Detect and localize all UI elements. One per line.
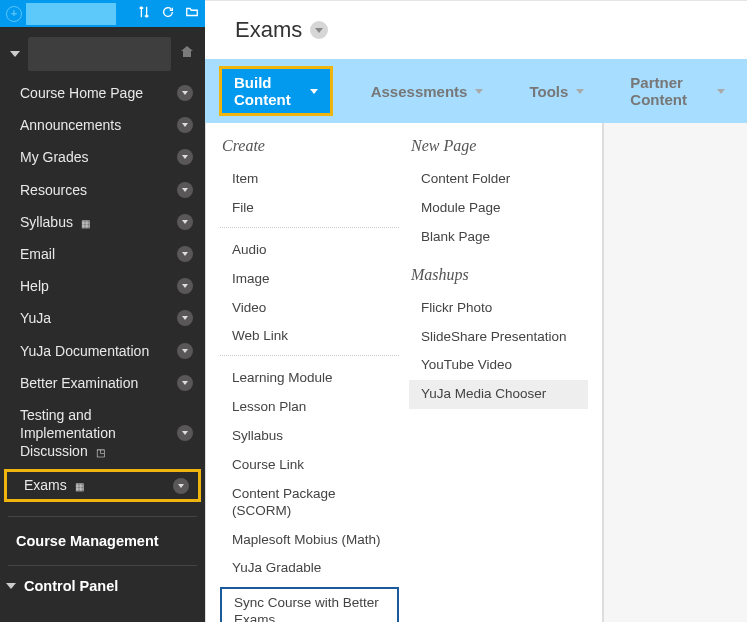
menu-item-flickr[interactable]: Flickr Photo bbox=[409, 294, 588, 323]
nav-item-label: YuJa bbox=[20, 309, 177, 327]
actionbar: Build Content Assessments Tools Partner … bbox=[205, 59, 747, 123]
nav-item-email[interactable]: Email bbox=[0, 238, 205, 270]
menu-item-module-page[interactable]: Module Page bbox=[409, 194, 588, 223]
chevron-down-icon[interactable] bbox=[173, 478, 189, 494]
reorder-icon[interactable] bbox=[137, 5, 151, 22]
menu-item-web-link[interactable]: Web Link bbox=[220, 322, 399, 351]
nav-item-announcements[interactable]: Announcements bbox=[0, 109, 205, 141]
nav-item-label: Email bbox=[20, 245, 177, 263]
topbar-highlight bbox=[26, 3, 116, 25]
page-title-menu-icon[interactable] bbox=[310, 21, 328, 39]
nav-item-label: Resources bbox=[20, 181, 177, 199]
nav-item-course-home[interactable]: Course Home Page bbox=[0, 77, 205, 109]
chevron-down-icon[interactable] bbox=[177, 425, 193, 441]
chevron-down-icon[interactable] bbox=[177, 278, 193, 294]
chevron-down-icon[interactable] bbox=[177, 117, 193, 133]
nav-item-exams[interactable]: Exams ▦ bbox=[4, 469, 201, 501]
content-icon: ▦ bbox=[75, 480, 84, 493]
menu-item-slideshare[interactable]: SlideShare Presentation bbox=[409, 323, 588, 352]
nav-item-better-examination[interactable]: Better Examination bbox=[0, 367, 205, 399]
chevron-down-icon[interactable] bbox=[177, 149, 193, 165]
content-canvas bbox=[603, 123, 747, 622]
mashups-heading: Mashups bbox=[409, 266, 588, 284]
home-icon[interactable] bbox=[179, 44, 195, 64]
chevron-down-icon bbox=[475, 89, 483, 94]
create-heading: Create bbox=[220, 137, 399, 155]
nav-item-label: Announcements bbox=[20, 116, 177, 134]
nav-item-yuja[interactable]: YuJa bbox=[0, 302, 205, 334]
chevron-down-icon[interactable] bbox=[177, 182, 193, 198]
menu-item-image[interactable]: Image bbox=[220, 265, 399, 294]
nav-item-resources[interactable]: Resources bbox=[0, 174, 205, 206]
nav-item-label: My Grades bbox=[20, 148, 177, 166]
mashups-group: Flickr Photo SlideShare Presentation You… bbox=[409, 294, 588, 410]
refresh-icon[interactable] bbox=[161, 5, 175, 22]
content-icon: ▦ bbox=[81, 217, 90, 230]
menu-item-scorm[interactable]: Content Package (SCORM) bbox=[220, 480, 399, 526]
nav-item-label: Course Home Page bbox=[20, 84, 177, 102]
main-content: Exams Build Content Assessments Tools Pa… bbox=[205, 0, 747, 622]
build-content-button[interactable]: Build Content bbox=[219, 66, 333, 116]
menu-item-item[interactable]: Item bbox=[220, 165, 399, 194]
menu-item-video[interactable]: Video bbox=[220, 294, 399, 323]
course-name-redacted bbox=[28, 37, 171, 71]
page-title-row: Exams bbox=[205, 1, 747, 59]
menu-item-file[interactable]: File bbox=[220, 194, 399, 223]
menu-item-youtube[interactable]: YouTube Video bbox=[409, 351, 588, 380]
nav-item-yuja-documentation[interactable]: YuJa Documentation bbox=[0, 335, 205, 367]
tools-label: Tools bbox=[529, 83, 568, 100]
page-title: Exams bbox=[235, 17, 302, 43]
create-group-1: Item File bbox=[220, 165, 399, 223]
course-sidebar: + bbox=[0, 0, 205, 622]
menu-item-content-folder[interactable]: Content Folder bbox=[409, 165, 588, 194]
chevron-down-icon bbox=[310, 89, 318, 94]
nav-item-syllabus[interactable]: Syllabus ▦ bbox=[0, 206, 205, 238]
menu-item-sync-better-exams[interactable]: Sync Course with Better Exams bbox=[220, 587, 399, 622]
partner-content-button[interactable]: Partner Content bbox=[622, 68, 733, 114]
nav-item-label: YuJa Documentation bbox=[20, 342, 177, 360]
control-panel-row[interactable]: Control Panel bbox=[0, 572, 205, 600]
course-title-row[interactable] bbox=[0, 27, 205, 77]
menu-item-audio[interactable]: Audio bbox=[220, 236, 399, 265]
nav-item-label: Help bbox=[20, 277, 177, 295]
partner-content-label: Partner Content bbox=[630, 74, 709, 108]
nav-item-label: Testing and Implementation Discussion ◳ bbox=[20, 406, 177, 461]
tools-button[interactable]: Tools bbox=[521, 77, 592, 106]
nav-item-label: Exams ▦ bbox=[24, 476, 173, 494]
menu-item-yuja-gradable[interactable]: YuJa Gradable bbox=[220, 554, 399, 583]
menu-item-learning-module[interactable]: Learning Module bbox=[220, 364, 399, 393]
nav-item-my-grades[interactable]: My Grades bbox=[0, 141, 205, 173]
assessments-label: Assessments bbox=[371, 83, 468, 100]
course-management-header: Course Management bbox=[0, 523, 205, 559]
dropdown-divider bbox=[220, 227, 399, 228]
chevron-down-icon bbox=[576, 89, 584, 94]
menu-item-mobius[interactable]: Maplesoft Mobius (Math) bbox=[220, 526, 399, 555]
nav-item-testing-discussion[interactable]: Testing and Implementation Discussion ◳ bbox=[0, 399, 205, 468]
nav-item-help[interactable]: Help bbox=[0, 270, 205, 302]
build-content-dropdown: Create Item File Audio Image Video Web L… bbox=[205, 123, 603, 622]
chevron-down-icon[interactable] bbox=[177, 310, 193, 326]
create-group-boxed: Sync Course with Better Exams bbox=[220, 587, 399, 622]
sidebar-divider bbox=[8, 516, 197, 517]
menu-item-syllabus[interactable]: Syllabus bbox=[220, 422, 399, 451]
add-icon[interactable]: + bbox=[6, 6, 22, 22]
build-content-label: Build Content bbox=[234, 74, 302, 108]
menu-item-course-link[interactable]: Course Link bbox=[220, 451, 399, 480]
new-page-group: Content Folder Module Page Blank Page bbox=[409, 165, 588, 252]
menu-item-blank-page[interactable]: Blank Page bbox=[409, 223, 588, 252]
sidebar-divider bbox=[8, 565, 197, 566]
menu-item-yuja-media-chooser[interactable]: YuJa Media Chooser bbox=[409, 380, 588, 409]
dropdown-divider bbox=[220, 355, 399, 356]
chevron-down-icon[interactable] bbox=[177, 246, 193, 262]
create-group-2: Audio Image Video Web Link bbox=[220, 236, 399, 352]
chevron-down-icon[interactable] bbox=[177, 85, 193, 101]
chevron-down-icon[interactable] bbox=[177, 214, 193, 230]
chevron-down-icon[interactable] bbox=[177, 375, 193, 391]
nav-item-label: Better Examination bbox=[20, 374, 177, 392]
chevron-down-icon[interactable] bbox=[177, 343, 193, 359]
assessments-button[interactable]: Assessments bbox=[363, 77, 492, 106]
discussion-icon: ◳ bbox=[96, 446, 105, 459]
folder-icon[interactable] bbox=[185, 5, 199, 22]
nav-item-label: Syllabus ▦ bbox=[20, 213, 177, 231]
menu-item-lesson-plan[interactable]: Lesson Plan bbox=[220, 393, 399, 422]
